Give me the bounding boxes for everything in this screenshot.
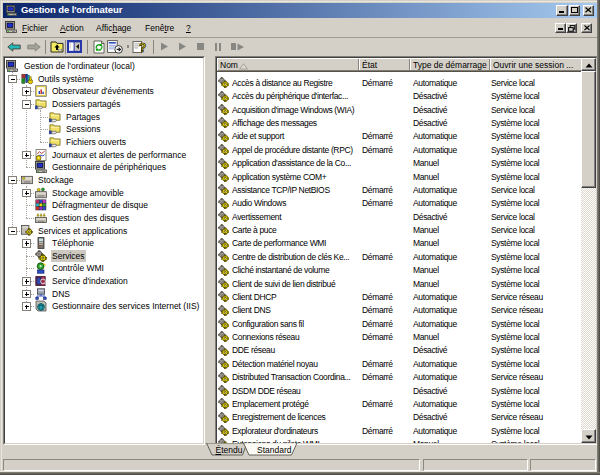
- svg-text:?: ?: [139, 40, 146, 53]
